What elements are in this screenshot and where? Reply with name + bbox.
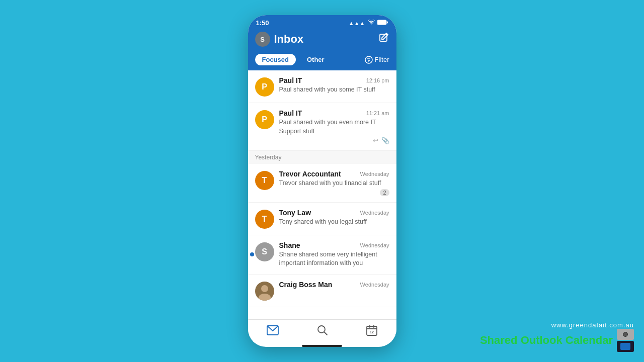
svg-rect-0 <box>377 20 386 25</box>
bottom-nav: 12 <box>248 319 396 343</box>
svg-point-3 <box>365 56 372 63</box>
email-content: Tony Law Wednesday Tony shared with you … <box>279 209 389 227</box>
svg-point-8 <box>259 294 271 301</box>
email-header-row: Shane Wednesday <box>279 241 389 249</box>
svg-line-11 <box>324 332 327 335</box>
sender-name: Tony Law <box>279 209 311 217</box>
sender-name: Shane <box>279 241 300 249</box>
nav-search[interactable] <box>317 325 328 336</box>
avatar: T <box>255 210 274 229</box>
email-preview: Trevor shared with you financial stuff <box>279 179 389 188</box>
email-time: Wednesday <box>360 242 389 248</box>
email-content: Craig Boss Man Wednesday <box>279 281 389 290</box>
home-indicator <box>302 345 342 347</box>
watermark: www.greendatait.com.au Shared Outlook Ca… <box>480 321 634 352</box>
email-time: Wednesday <box>360 171 389 177</box>
email-preview: Paul shared with you some IT stuff <box>279 85 389 95</box>
sender-name: Trevor Accountant <box>279 170 341 178</box>
email-time: 12:16 pm <box>366 77 389 83</box>
email-content: Shane Wednesday Shane shared some very i… <box>279 241 389 268</box>
tab-focused[interactable]: Focused <box>255 54 296 65</box>
email-content: Paul IT 11:21 am Paul shared with you ev… <box>279 109 389 144</box>
wifi-icon <box>368 20 375 26</box>
avatar: T <box>255 171 274 190</box>
section-header-yesterday: Yesterday <box>248 151 396 164</box>
sender-name: Paul IT <box>279 109 302 117</box>
email-list: P Paul IT 12:16 pm Paul shared with you … <box>248 70 396 319</box>
user-avatar[interactable]: S <box>255 32 270 47</box>
avatar <box>255 282 274 301</box>
status-icons: ▲▲▲ <box>349 20 388 26</box>
email-time: Wednesday <box>360 282 389 288</box>
svg-point-7 <box>261 285 268 292</box>
email-content: Paul IT 12:16 pm Paul shared with you so… <box>279 76 389 95</box>
email-item[interactable]: S Shane Wednesday Shane shared some very… <box>248 235 396 275</box>
phone-frame: 1:50 ▲▲▲ S Inbox <box>248 15 396 347</box>
avatar: P <box>255 77 274 97</box>
signal-icon: ▲▲▲ <box>349 20 365 26</box>
reply-icon: ↩ <box>373 137 378 144</box>
email-header-row: Craig Boss Man Wednesday <box>279 281 389 289</box>
inbox-header: S Inbox <box>248 29 396 52</box>
email-item[interactable]: Craig Boss Man Wednesday <box>248 275 396 307</box>
svg-rect-1 <box>387 22 388 24</box>
email-content: Trevor Accountant Wednesday Trevor share… <box>279 170 389 196</box>
filter-button[interactable]: Filter <box>365 56 389 64</box>
email-time: Wednesday <box>360 210 389 216</box>
email-footer-row: 2 <box>279 189 389 196</box>
email-time: 11:21 am <box>366 110 389 116</box>
unread-indicator <box>250 252 254 256</box>
watermark-title-text: Shared Outlook Calendar <box>480 334 613 347</box>
email-header-row: Paul IT 11:21 am <box>279 109 389 117</box>
email-footer-row: ↩ 📎 <box>279 137 389 144</box>
email-preview: Tony shared with you legal stuff <box>279 218 389 227</box>
time: 1:50 <box>256 19 269 27</box>
battery-icon <box>377 20 388 26</box>
email-item[interactable]: T Tony Law Wednesday Tony shared with yo… <box>248 203 396 235</box>
email-preview: Paul shared with you even more IT Suppor… <box>279 118 389 136</box>
email-item[interactable]: P Paul IT 11:21 am Paul shared with you … <box>248 103 396 151</box>
svg-text:12: 12 <box>370 330 374 334</box>
email-header-row: Paul IT 12:16 pm <box>279 76 389 84</box>
watermark-url: www.greendatait.com.au <box>480 321 634 329</box>
tabs-bar: Focused Other Filter <box>248 52 396 70</box>
tab-other[interactable]: Other <box>300 54 332 65</box>
email-preview: Shane shared some very intelligent impor… <box>279 250 389 268</box>
header-left: S Inbox <box>255 32 304 47</box>
attach-icon: 📎 <box>381 137 389 144</box>
sender-name: Paul IT <box>279 76 302 84</box>
nav-mail[interactable] <box>267 325 279 335</box>
email-item[interactable]: T Trevor Accountant Wednesday Trevor sha… <box>248 164 396 203</box>
avatar: P <box>255 110 274 129</box>
email-badge: 2 <box>380 189 389 196</box>
svg-rect-2 <box>380 34 387 41</box>
status-bar: 1:50 ▲▲▲ <box>248 15 396 29</box>
avatar: S <box>255 242 274 261</box>
email-item[interactable]: P Paul IT 12:16 pm Paul shared with you … <box>248 70 396 103</box>
inbox-title: Inbox <box>274 33 304 46</box>
compose-button[interactable] <box>378 33 389 46</box>
nav-calendar[interactable]: 12 <box>366 325 377 336</box>
filter-label: Filter <box>375 56 389 63</box>
watermark-title: Shared Outlook Calendar <box>480 329 634 352</box>
email-header-row: Tony Law Wednesday <box>279 209 389 217</box>
tabs-left: Focused Other <box>255 54 332 65</box>
sender-name: Craig Boss Man <box>279 281 333 289</box>
email-header-row: Trevor Accountant Wednesday <box>279 170 389 178</box>
